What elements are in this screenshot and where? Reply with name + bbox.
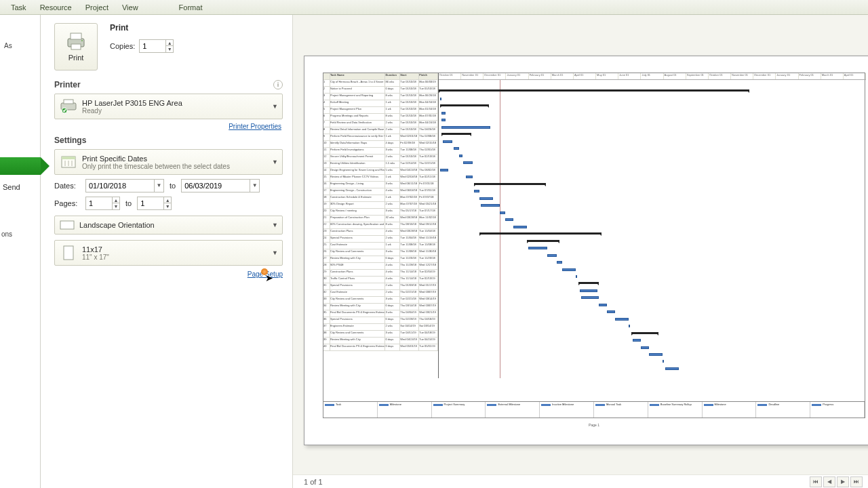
paper-size-dims: 11" x 17" bbox=[82, 253, 272, 261]
backstage-item-print-active[interactable] bbox=[0, 157, 41, 175]
copies-up[interactable]: ▲ bbox=[166, 40, 173, 46]
print-scope-line1: Print Specific Dates bbox=[82, 155, 272, 163]
print-options-pane: Print Print Copies: ▲▼ Printer i bbox=[41, 15, 293, 488]
print-button-label: Print bbox=[68, 54, 84, 62]
preview-page-number: Page 1 bbox=[323, 423, 865, 427]
paper-icon bbox=[59, 243, 78, 262]
copies-spinner[interactable]: ▲▼ bbox=[139, 39, 174, 53]
preview-footer: 1 of 1 ⏮ ◀ ▶ ⏭ bbox=[293, 474, 868, 488]
printer-properties-link[interactable]: Printer Properties bbox=[229, 123, 281, 130]
page-from-spinner[interactable]: ▲▼ bbox=[85, 197, 120, 210]
copies-label: Copies: bbox=[110, 42, 135, 50]
preview-gantt-chart: October 01November 01December 01January … bbox=[439, 73, 866, 378]
landscape-icon bbox=[59, 218, 75, 232]
print-scope-line2: Only print the timescale between the sel… bbox=[82, 163, 272, 170]
preview-page: Task Name Duration Start Finish 1City of… bbox=[304, 56, 868, 445]
svg-rect-8 bbox=[62, 157, 75, 159]
printer-status: Ready bbox=[82, 107, 272, 115]
svg-point-3 bbox=[81, 40, 83, 41]
date-to-combo[interactable]: ▼ bbox=[181, 179, 260, 192]
chevron-down-icon[interactable]: ▼ bbox=[154, 180, 163, 192]
tab-task[interactable]: Task bbox=[4, 1, 33, 14]
nav-last-button[interactable]: ⏭ bbox=[850, 476, 863, 487]
svg-rect-13 bbox=[64, 246, 73, 260]
paper-size-name: 11x17 bbox=[82, 245, 272, 253]
printer-heading: Printer bbox=[54, 80, 81, 89]
calendar-range-icon bbox=[59, 152, 78, 171]
orientation-select[interactable]: Landscape Orientation ▼ bbox=[54, 216, 283, 235]
settings-heading: Settings bbox=[54, 136, 86, 145]
to-label-2: to bbox=[124, 199, 133, 207]
printer-name: HP LaserJet P3015 ENG Area bbox=[82, 99, 272, 107]
chevron-down-icon: ▼ bbox=[272, 103, 278, 110]
chevron-down-icon[interactable]: ▼ bbox=[250, 180, 259, 192]
preview-task-table: Task Name Duration Start Finish 1City of… bbox=[323, 73, 439, 378]
ribbon-tabs: Task Resource Project View Format bbox=[0, 0, 868, 15]
backstage-item-options[interactable]: ons bbox=[1, 230, 12, 238]
print-scope-select[interactable]: Print Specific Dates Only print the time… bbox=[54, 149, 283, 175]
page-from-input[interactable] bbox=[86, 199, 112, 207]
nav-prev-button[interactable]: ◀ bbox=[823, 476, 835, 487]
tab-resource[interactable]: Resource bbox=[33, 1, 79, 14]
print-button[interactable]: Print bbox=[54, 23, 98, 70]
pages-label: Pages: bbox=[54, 199, 81, 207]
tab-view[interactable]: View bbox=[115, 1, 145, 14]
backstage-item-as[interactable]: As bbox=[0, 38, 40, 54]
page-indicator: 1 of 1 bbox=[304, 478, 323, 486]
to-label-1: to bbox=[168, 182, 177, 190]
svg-rect-2 bbox=[71, 44, 81, 49]
tab-project[interactable]: Project bbox=[79, 1, 115, 14]
printer-device-icon bbox=[59, 97, 78, 116]
date-from-input[interactable] bbox=[86, 182, 154, 190]
page-to-input[interactable] bbox=[138, 199, 163, 207]
printer-info-icon[interactable]: i bbox=[273, 80, 283, 89]
cursor-icon: ➤ bbox=[265, 272, 273, 283]
nav-first-button[interactable]: ⏮ bbox=[810, 476, 822, 487]
date-from-combo[interactable]: ▼ bbox=[85, 179, 164, 192]
print-heading: Print bbox=[110, 23, 174, 33]
backstage-nav: As Send ons bbox=[0, 15, 41, 488]
backstage-item-send[interactable]: Send bbox=[3, 183, 20, 191]
svg-rect-5 bbox=[64, 100, 73, 104]
svg-rect-1 bbox=[71, 33, 81, 39]
tab-format[interactable]: Format bbox=[172, 1, 210, 14]
paper-size-select[interactable]: 11x17 11" x 17" ▼ bbox=[54, 240, 283, 266]
nav-next-button[interactable]: ▶ bbox=[837, 476, 849, 487]
copies-down[interactable]: ▼ bbox=[166, 46, 173, 52]
chevron-down-icon: ▼ bbox=[272, 249, 278, 256]
dates-label: Dates: bbox=[54, 182, 81, 190]
page-to-spinner[interactable]: ▲▼ bbox=[137, 197, 172, 210]
printer-icon bbox=[65, 32, 87, 51]
copies-input[interactable] bbox=[140, 42, 165, 50]
chevron-down-icon: ▼ bbox=[272, 159, 278, 165]
print-preview-area: Task Name Duration Start Finish 1City of… bbox=[293, 15, 868, 488]
printer-select[interactable]: HP LaserJet P3015 ENG Area Ready ▼ bbox=[54, 94, 283, 119]
date-to-input[interactable] bbox=[182, 182, 250, 190]
preview-legend: TaskMilestoneProject SummaryExternal Mil… bbox=[323, 401, 865, 418]
orientation-label: Landscape Orientation bbox=[79, 221, 272, 229]
svg-rect-12 bbox=[60, 221, 74, 229]
chevron-down-icon: ▼ bbox=[272, 222, 278, 228]
